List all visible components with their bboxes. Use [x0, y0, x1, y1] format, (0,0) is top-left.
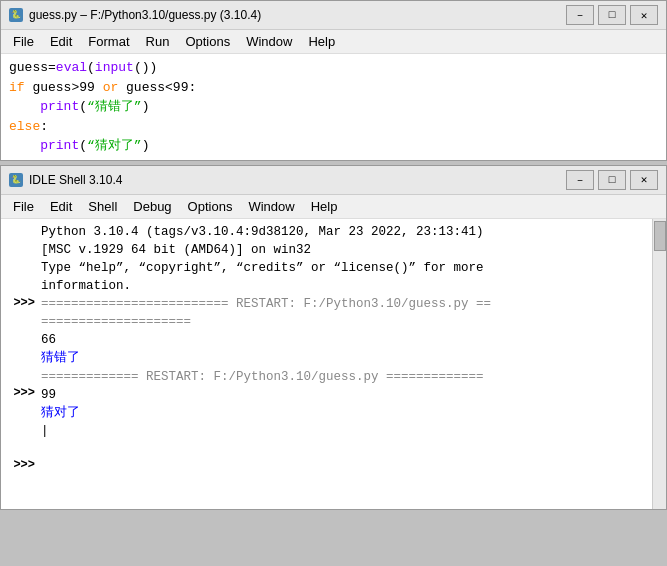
shell-title-bar: 🐍 IDLE Shell 3.10.4 – □ ✕	[1, 166, 666, 195]
editor-menu-file[interactable]: File	[5, 32, 42, 51]
gutter-prompt-3: >>>	[1, 457, 39, 475]
editor-menu-format[interactable]: Format	[80, 32, 137, 51]
editor-menu-edit[interactable]: Edit	[42, 32, 80, 51]
editor-menu-run[interactable]: Run	[138, 32, 178, 51]
gutter-out2-num	[1, 421, 39, 439]
shell-window-controls: – □ ✕	[566, 170, 658, 190]
shell-output1-num: 66	[41, 331, 648, 349]
editor-window: 🐍 guess.py – F:/Python3.10/guess.py (3.1…	[0, 0, 667, 161]
shell-window: 🐍 IDLE Shell 3.10.4 – □ ✕ File Edit Shel…	[0, 165, 667, 510]
gutter-out1-text	[1, 367, 39, 385]
shell-output2-num: 99	[41, 386, 648, 404]
editor-menu-help[interactable]: Help	[300, 32, 343, 51]
editor-menu-bar: File Edit Format Run Options Window Help	[1, 30, 666, 54]
shell-text-area[interactable]: Python 3.10.4 (tags/v3.10.4:9d38120, Mar…	[39, 219, 652, 509]
code-line-2: if guess>99 or guess<99:	[9, 78, 658, 98]
shell-menu-window[interactable]: Window	[240, 197, 302, 216]
shell-scrollbar-thumb[interactable]	[654, 221, 666, 251]
code-line-3: print(“猜错了”)	[9, 97, 658, 117]
shell-intro-1: Python 3.10.4 (tags/v3.10.4:9d38120, Mar…	[41, 223, 648, 241]
shell-cursor-line[interactable]: |	[41, 422, 648, 440]
gutter-out1-num	[1, 349, 39, 367]
shell-icon: 🐍	[9, 173, 23, 187]
editor-close-btn[interactable]: ✕	[630, 5, 658, 25]
shell-content[interactable]: >>> >>> >>> Python 3.10.4 (tags/v3.10.4:…	[1, 219, 666, 509]
shell-scrollbar[interactable]	[652, 219, 666, 509]
shell-intro-2: [MSC v.1929 64 bit (AMD64)] on win32	[41, 241, 648, 259]
code-line-5: print(“猜对了”)	[9, 136, 658, 156]
gutter-out2-text	[1, 439, 39, 457]
gutter-intro-1	[1, 223, 39, 241]
shell-output2-text: 猜对了	[41, 404, 648, 422]
editor-code-area[interactable]: guess=eval(input()) if guess>99 or guess…	[1, 54, 666, 160]
editor-menu-window[interactable]: Window	[238, 32, 300, 51]
shell-gutter: >>> >>> >>>	[1, 219, 39, 509]
shell-menu-help[interactable]: Help	[303, 197, 346, 216]
editor-window-controls: – □ ✕	[566, 5, 658, 25]
shell-intro-3: Type “help”, “copyright”, “credits” or “…	[41, 259, 648, 277]
gutter-r1-2	[1, 331, 39, 349]
editor-maximize-btn[interactable]: □	[598, 5, 626, 25]
shell-title: IDLE Shell 3.10.4	[29, 173, 560, 187]
gutter-intro-3	[1, 259, 39, 277]
shell-restart1-line1: ========================= RESTART: F:/Py…	[41, 295, 648, 313]
editor-title: guess.py – F:/Python3.10/guess.py (3.10.…	[29, 8, 560, 22]
editor-icon: 🐍	[9, 8, 23, 22]
gutter-prompt-1: >>>	[1, 295, 39, 313]
shell-restart2-line1: ============= RESTART: F:/Python3.10/gue…	[41, 368, 648, 386]
code-line-1: guess=eval(input())	[9, 58, 658, 78]
shell-menu-edit[interactable]: Edit	[42, 197, 80, 216]
shell-menu-shell[interactable]: Shell	[80, 197, 125, 216]
shell-close-btn[interactable]: ✕	[630, 170, 658, 190]
shell-minimize-btn[interactable]: –	[566, 170, 594, 190]
shell-menu-debug[interactable]: Debug	[125, 197, 179, 216]
shell-menu-bar: File Edit Shell Debug Options Window Hel…	[1, 195, 666, 219]
gutter-r1-1	[1, 313, 39, 331]
shell-restart1-line2: ====================	[41, 313, 648, 331]
shell-maximize-btn[interactable]: □	[598, 170, 626, 190]
shell-menu-file[interactable]: File	[5, 197, 42, 216]
shell-intro-4: information.	[41, 277, 648, 295]
shell-output1-text: 猜错了	[41, 349, 648, 367]
gutter-prompt-2: >>>	[1, 385, 39, 403]
gutter-intro-4	[1, 277, 39, 295]
shell-menu-options[interactable]: Options	[180, 197, 241, 216]
gutter-r2-1	[1, 403, 39, 421]
editor-menu-options[interactable]: Options	[177, 32, 238, 51]
gutter-intro-2	[1, 241, 39, 259]
editor-title-bar: 🐍 guess.py – F:/Python3.10/guess.py (3.1…	[1, 1, 666, 30]
code-line-4: else:	[9, 117, 658, 137]
editor-minimize-btn[interactable]: –	[566, 5, 594, 25]
